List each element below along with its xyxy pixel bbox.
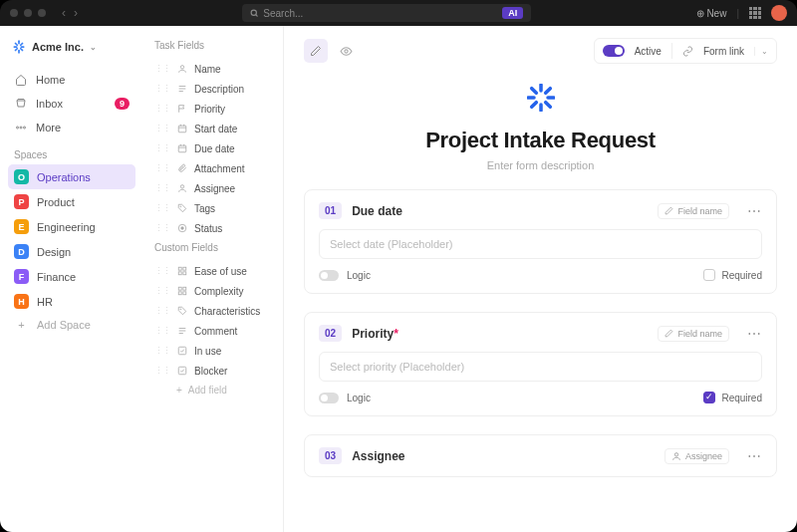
field-item-start-date[interactable]: ⋮⋮Start date: [152, 119, 275, 138]
search-bar[interactable]: Search... AI: [242, 4, 531, 22]
space-item-engineering[interactable]: EEngineering: [8, 214, 135, 239]
svg-point-12: [24, 127, 26, 129]
required-check[interactable]: Required: [703, 269, 762, 281]
drag-handle-icon[interactable]: ⋮⋮: [154, 163, 170, 173]
attachment-icon: [176, 162, 188, 174]
close-dot[interactable]: [10, 9, 18, 17]
user-icon: [176, 182, 188, 194]
back-arrow[interactable]: ‹: [62, 6, 66, 20]
drag-handle-icon[interactable]: ⋮⋮: [154, 203, 170, 213]
field-item-priority[interactable]: ⋮⋮Priority: [152, 99, 275, 119]
preview-button[interactable]: [334, 39, 358, 63]
logic-toggle[interactable]: [319, 270, 339, 281]
add-space-button[interactable]: + Add Space: [8, 314, 135, 336]
more-button[interactable]: ⋯: [747, 326, 762, 342]
nav-arrows: ‹ ›: [62, 6, 78, 20]
field-name-tag[interactable]: Field name: [658, 326, 729, 342]
drag-handle-icon[interactable]: ⋮⋮: [154, 104, 170, 114]
field-item-blocker[interactable]: ⋮⋮Blocker: [152, 361, 275, 381]
field-item-ease-of-use[interactable]: ⋮⋮Ease of use: [152, 261, 275, 281]
nav-more[interactable]: More: [8, 116, 135, 139]
form-card-priority[interactable]: 02 Priority* Field name ⋯ Select priorit…: [304, 312, 777, 416]
field-label: Priority: [194, 104, 225, 115]
card-number: 02: [319, 325, 342, 342]
drag-handle-icon[interactable]: ⋮⋮: [154, 183, 170, 193]
active-toggle[interactable]: [603, 45, 625, 57]
space-icon: O: [14, 169, 29, 184]
svg-point-0: [251, 10, 256, 15]
drag-handle-icon[interactable]: ⋮⋮: [154, 64, 170, 74]
required-check[interactable]: Required: [703, 392, 762, 403]
space-item-operations[interactable]: OOperations: [8, 164, 135, 189]
nav-home[interactable]: Home: [8, 68, 135, 92]
field-label: Tags: [194, 203, 215, 214]
required-label: Required: [721, 270, 762, 281]
field-item-assignee[interactable]: ⋮⋮Assignee: [152, 178, 275, 198]
field-item-comment[interactable]: ⋮⋮Comment: [152, 321, 275, 341]
field-item-name[interactable]: ⋮⋮Name: [152, 59, 275, 79]
user-avatar[interactable]: [771, 5, 787, 21]
field-item-characteristics[interactable]: ⋮⋮Characteristics: [152, 301, 275, 321]
drag-handle-icon[interactable]: ⋮⋮: [154, 326, 170, 336]
card-title[interactable]: Priority*: [352, 327, 398, 341]
svg-rect-34: [183, 287, 186, 290]
form-card-assignee[interactable]: 03 Assignee Assignee ⋯: [304, 434, 777, 477]
drag-handle-icon[interactable]: ⋮⋮: [154, 266, 170, 276]
maximize-dot[interactable]: [38, 9, 46, 17]
svg-line-8: [16, 49, 18, 51]
space-item-finance[interactable]: FFinance: [8, 264, 135, 289]
field-item-status[interactable]: ⋮⋮Status: [152, 218, 275, 238]
required-checkbox[interactable]: [703, 269, 715, 281]
logic-toggle[interactable]: [319, 393, 339, 403]
drag-handle-icon[interactable]: ⋮⋮: [154, 143, 170, 153]
drag-handle-icon[interactable]: ⋮⋮: [154, 346, 170, 356]
drag-handle-icon[interactable]: ⋮⋮: [154, 306, 170, 316]
drag-handle-icon[interactable]: ⋮⋮: [154, 223, 170, 233]
drag-handle-icon[interactable]: ⋮⋮: [154, 84, 170, 94]
field-item-attachment[interactable]: ⋮⋮Attachment: [152, 158, 275, 178]
form-description[interactable]: Enter form description: [304, 159, 777, 171]
svg-point-26: [180, 206, 181, 207]
svg-line-48: [531, 89, 536, 94]
minimize-dot[interactable]: [24, 9, 32, 17]
ai-badge[interactable]: AI: [502, 7, 523, 19]
form-title[interactable]: Project Intake Request: [304, 128, 777, 153]
more-button[interactable]: ⋯: [747, 203, 762, 219]
field-item-in-use[interactable]: ⋮⋮In use: [152, 341, 275, 361]
card-input[interactable]: Select date (Placeholder): [319, 229, 762, 259]
form-link-label[interactable]: Form link: [703, 46, 744, 57]
new-button[interactable]: ⊕ New: [696, 8, 727, 19]
nav-inbox[interactable]: Inbox 9: [8, 92, 135, 116]
field-item-complexity[interactable]: ⋮⋮Complexity: [152, 281, 275, 301]
fields-panel: Task Fields ⋮⋮Name⋮⋮Description⋮⋮Priorit…: [144, 26, 284, 532]
field-item-tags[interactable]: ⋮⋮Tags: [152, 198, 275, 218]
field-item-due-date[interactable]: ⋮⋮Due date: [152, 138, 275, 158]
tag-icon: [176, 305, 188, 317]
drag-handle-icon[interactable]: ⋮⋮: [154, 124, 170, 133]
space-item-hr[interactable]: HHR: [8, 289, 135, 314]
card-input[interactable]: Select priority (Placeholder): [319, 352, 762, 382]
forward-arrow[interactable]: ›: [74, 6, 78, 20]
svg-point-10: [20, 127, 22, 129]
chevron-down-icon[interactable]: ⌄: [754, 47, 768, 56]
space-item-design[interactable]: DDesign: [8, 239, 135, 264]
more-button[interactable]: ⋯: [747, 448, 762, 464]
calendar-icon: [176, 123, 188, 134]
drag-handle-icon[interactable]: ⋮⋮: [154, 286, 170, 296]
field-name-tag[interactable]: Assignee: [664, 448, 729, 464]
workspace-switcher[interactable]: Acme Inc. ⌄: [8, 36, 135, 58]
drag-handle-icon[interactable]: ⋮⋮: [154, 366, 170, 376]
apps-icon[interactable]: [749, 7, 761, 19]
add-field-button[interactable]: ⋮⋮ + Add field: [152, 381, 275, 399]
edit-button[interactable]: [304, 39, 328, 63]
card-title[interactable]: Due date: [352, 204, 402, 218]
form-card-due-date[interactable]: 01 Due date Field name ⋯ Select date (Pl…: [304, 189, 777, 294]
field-name-tag[interactable]: Field name: [658, 203, 729, 219]
space-label: Finance: [37, 271, 76, 283]
field-label: Attachment: [194, 163, 245, 174]
card-title[interactable]: Assignee: [352, 449, 404, 463]
space-item-product[interactable]: PProduct: [8, 189, 135, 214]
field-item-description[interactable]: ⋮⋮Description: [152, 79, 275, 99]
svg-rect-29: [178, 267, 181, 270]
required-checkbox[interactable]: [703, 392, 715, 403]
